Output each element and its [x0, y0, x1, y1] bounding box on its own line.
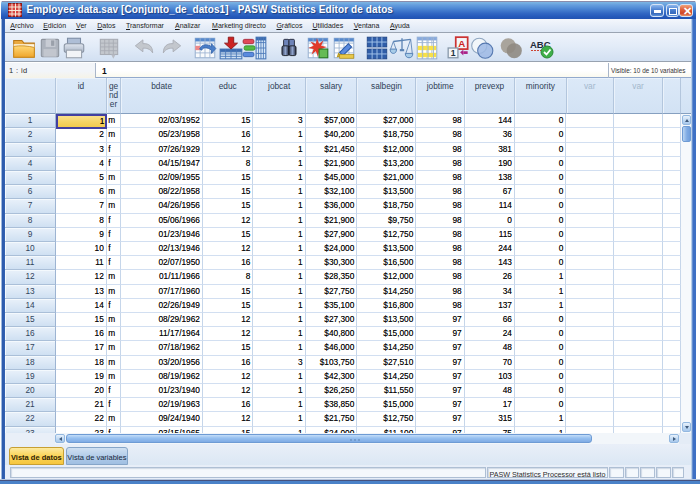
svg-text:1: 1 — [451, 48, 456, 58]
svg-text:A: A — [458, 37, 465, 48]
